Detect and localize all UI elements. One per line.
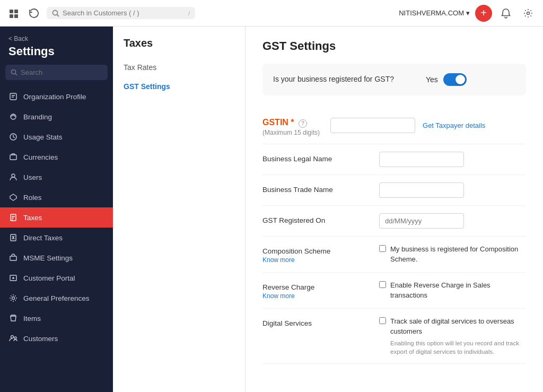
sidebar-item-label-customers: Customers — [23, 335, 58, 343]
roles-icon — [8, 193, 18, 202]
search-icon — [52, 10, 59, 17]
svg-rect-12 — [10, 155, 16, 160]
sidebar-item-label-roles: Roles — [23, 194, 42, 202]
svg-rect-3 — [14, 14, 18, 18]
sidebar-item-users[interactable]: Users — [0, 167, 113, 187]
form-row-digital-services: Digital Services Track sale of digital s… — [262, 309, 526, 364]
sidebar-item-taxes[interactable]: Taxes — [0, 207, 113, 228]
form-row-composition-scheme: Composition Scheme Know more My business… — [262, 237, 526, 273]
svg-rect-1 — [14, 10, 18, 13]
gst-registered-label: Is your business registered for GST? — [273, 74, 394, 85]
sidebar-item-label-usage-stats: Usage Stats — [23, 133, 63, 141]
field-label-reverse-charge: Reverse Charge — [262, 280, 369, 291]
field-label-business-trade-name: Business Trade Name — [262, 182, 369, 194]
field-input-gst-registered-on[interactable] — [379, 213, 464, 229]
sidebar-item-currencies[interactable]: Currencies — [0, 147, 113, 167]
direct-taxes-icon — [8, 233, 18, 242]
sidebar-item-msme-settings[interactable]: MSME Settings — [0, 248, 113, 268]
refresh-icon[interactable] — [27, 6, 41, 21]
field-control-business-trade-name — [379, 182, 464, 198]
form-row-gstin: GSTIN * ? (Maximum 15 digits) Get Taxpay… — [262, 110, 526, 144]
organization-profile-icon — [8, 92, 18, 101]
field-input-business-trade-name[interactable] — [379, 182, 464, 198]
field-label-business-legal-name: Business Legal Name — [262, 152, 369, 163]
sidebar-search-input[interactable] — [21, 68, 95, 76]
main-layout: < Back Settings Organization Profile Bra… — [0, 27, 543, 392]
sidebar-item-label-users: Users — [23, 173, 42, 181]
msme-settings-icon — [8, 253, 18, 263]
svg-point-19 — [12, 297, 15, 300]
sidebar-item-label-items: Items — [23, 315, 41, 323]
toggle-knob — [456, 75, 465, 84]
svg-point-7 — [12, 70, 16, 74]
know-more-composition-scheme[interactable]: Know more — [262, 256, 369, 264]
sidebar-item-items[interactable]: Items — [0, 308, 113, 328]
customer-portal-icon — [8, 273, 18, 283]
sidebar-item-direct-taxes[interactable]: Direct Taxes — [0, 228, 113, 248]
field-control-reverse-charge: Enable Reverse Charge in Sales transacti… — [379, 280, 526, 301]
gst-toggle[interactable] — [443, 73, 467, 86]
general-preferences-icon — [8, 293, 18, 303]
svg-rect-0 — [10, 10, 13, 13]
search-shortcut: / — [188, 10, 190, 16]
field-checkbox-digital-services[interactable] — [379, 317, 386, 324]
users-icon — [8, 172, 18, 182]
field-checkbox-composition-scheme[interactable] — [379, 245, 386, 252]
checkbox-desc-digital-services: Enabling this option will let you record… — [390, 339, 526, 356]
field-input-business-legal-name[interactable] — [379, 152, 464, 167]
sidebar-search-icon — [11, 69, 17, 76]
field-control-gstin: Get Taxpayer details — [330, 118, 485, 133]
taxes-nav: Tax RatesGST Settings — [113, 58, 245, 96]
checkbox-label-reverse-charge: Enable Reverse Charge in Sales transacti… — [390, 281, 491, 300]
field-label-composition-scheme: Composition Scheme — [262, 244, 369, 255]
sidebar-nav: Organization Profile Branding Usage Stat… — [0, 86, 113, 349]
content-area: GST Settings Is your business registered… — [246, 27, 543, 392]
taxes-panel: Taxes Tax RatesGST Settings — [113, 27, 246, 392]
svg-point-20 — [11, 336, 14, 338]
domain-label[interactable]: NITISHVERMA.COM ▾ — [399, 9, 470, 17]
sidebar-item-organization-profile[interactable]: Organization Profile — [0, 86, 113, 107]
sidebar: < Back Settings Organization Profile Bra… — [0, 27, 113, 392]
toggle-yes-label: Yes — [426, 75, 438, 84]
back-button[interactable]: < Back — [0, 27, 113, 45]
checkbox-label-digital-services: Track sale of digital services to overse… — [390, 317, 514, 336]
sidebar-item-usage-stats[interactable]: Usage Stats — [0, 127, 113, 147]
svg-point-21 — [14, 337, 16, 339]
menu-icon[interactable] — [6, 6, 21, 21]
gst-toggle-wrapper: Yes — [426, 73, 467, 86]
sidebar-title: Settings — [0, 45, 113, 65]
svg-rect-9 — [10, 93, 16, 100]
form-row-business-legal-name: Business Legal Name — [262, 144, 526, 175]
sidebar-item-label-general-preferences: General Preferences — [23, 294, 90, 302]
usage-stats-icon — [8, 132, 18, 142]
svg-point-6 — [527, 12, 530, 14]
svg-line-5 — [57, 14, 59, 16]
help-icon-gstin[interactable]: ? — [299, 119, 307, 128]
topbar: / NITISHVERMA.COM ▾ + — [0, 0, 543, 27]
field-checkbox-reverse-charge[interactable] — [379, 281, 386, 288]
settings-button[interactable] — [520, 5, 537, 22]
middle-nav-gst-settings[interactable]: GST Settings — [113, 77, 245, 96]
items-icon — [8, 313, 18, 323]
search-input[interactable] — [63, 9, 169, 17]
add-button[interactable]: + — [475, 5, 492, 22]
sidebar-item-customers[interactable]: Customers — [0, 328, 113, 349]
notifications-button[interactable] — [497, 5, 514, 22]
field-action-gstin[interactable]: Get Taxpayer details — [423, 121, 485, 129]
sidebar-item-customer-portal[interactable]: Customer Portal — [0, 268, 113, 288]
field-input-gstin[interactable] — [330, 118, 415, 133]
sidebar-item-roles[interactable]: Roles — [0, 187, 113, 207]
branding-icon — [8, 112, 18, 121]
field-control-business-legal-name — [379, 152, 464, 167]
customers-icon — [8, 334, 18, 343]
sidebar-item-label-branding: Branding — [23, 113, 52, 121]
sidebar-item-label-direct-taxes: Direct Taxes — [23, 234, 63, 242]
know-more-reverse-charge[interactable]: Know more — [262, 292, 369, 300]
svg-marker-14 — [10, 194, 16, 201]
global-search-bar[interactable]: / — [47, 7, 195, 19]
sidebar-search-bar[interactable] — [5, 65, 108, 80]
sidebar-item-branding[interactable]: Branding — [0, 107, 113, 127]
middle-nav-tax-rates[interactable]: Tax Rates — [113, 58, 245, 77]
gst-form: GSTIN * ? (Maximum 15 digits) Get Taxpay… — [262, 110, 526, 364]
sidebar-item-general-preferences[interactable]: General Preferences — [0, 288, 113, 308]
